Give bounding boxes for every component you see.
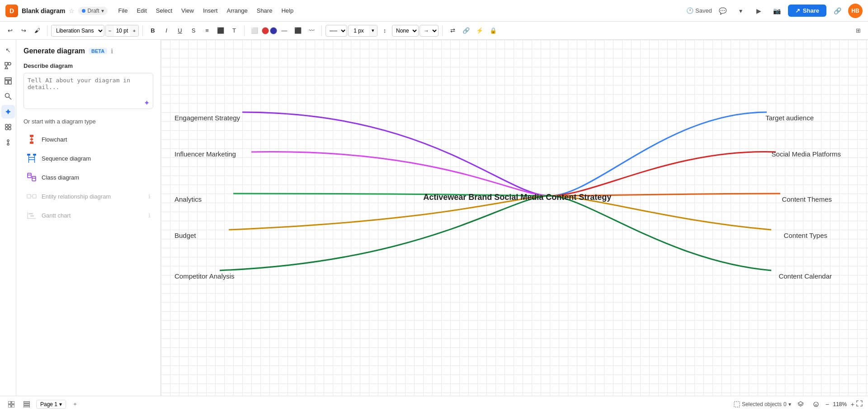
gantt-info-icon[interactable]: ℹ (148, 212, 151, 219)
font-color-button[interactable] (270, 27, 277, 34)
or-start-label: Or start with a diagram type (24, 118, 153, 125)
font-size-decrease[interactable]: − (106, 25, 114, 36)
share-label: Share (803, 7, 819, 14)
menu-share[interactable]: Share (253, 5, 276, 16)
format-panel-button[interactable]: ⊞ (852, 24, 864, 37)
comment-icon[interactable]: 💬 (716, 4, 730, 18)
svg-rect-40 (8, 405, 11, 407)
diagram-type-class[interactable]: Class diagram (24, 168, 153, 186)
svg-point-5 (5, 94, 9, 98)
add-page-button[interactable]: ＋ (70, 399, 80, 409)
zoom-in-button[interactable]: + (851, 401, 854, 408)
page-selector[interactable]: Page 1 ▾ (36, 400, 66, 409)
list-view-button[interactable] (21, 400, 33, 408)
svg-rect-37 (30, 215, 34, 217)
diagram-type-flowchart[interactable]: Flowchart (24, 130, 153, 148)
plugins-tool[interactable] (1, 120, 15, 134)
divider-3 (244, 25, 245, 36)
svg-rect-14 (30, 135, 33, 137)
menu-select[interactable]: Select (152, 5, 176, 16)
present-icon[interactable]: ▶ (752, 4, 766, 18)
canvas[interactable]: Activewear Brand Social Media Content St… (161, 40, 868, 396)
diagram-type-sequence[interactable]: Sequence diagram (24, 149, 153, 167)
branch-content-types: Content Types (784, 232, 827, 239)
line-style-select[interactable]: ── (326, 25, 347, 37)
menu-arrange[interactable]: Arrange (223, 5, 251, 16)
page-label: Page 1 (40, 401, 57, 407)
waypoint-icon[interactable]: ↕ (378, 24, 391, 37)
layers-button[interactable] (795, 400, 807, 408)
menu-file[interactable]: File (115, 5, 132, 16)
undo-button[interactable]: ↩ (4, 24, 16, 37)
grid-view-button[interactable] (5, 400, 17, 408)
format-painter-button[interactable]: 🖌 (31, 24, 43, 37)
link-button[interactable]: 🔗 (460, 24, 472, 37)
diagram-type-gantt[interactable]: Gantt chart ℹ (24, 206, 153, 224)
branch-competitor: Competitor Analysis (175, 272, 235, 280)
lock-button[interactable]: 🔒 (487, 24, 500, 37)
shapes-tool[interactable] (1, 59, 15, 72)
svg-rect-38 (8, 401, 11, 404)
share-button[interactable]: ↗ Share (788, 5, 826, 17)
describe-textarea[interactable] (24, 73, 153, 109)
flip-button[interactable]: ⇄ (446, 24, 459, 37)
shadow-button[interactable]: ⬛ (292, 24, 304, 37)
connection-end-select[interactable]: → (420, 25, 439, 37)
text-align-button[interactable]: ≡ (201, 24, 213, 37)
menu-bar: File Edit Select View Insert Arrange Sha… (115, 5, 297, 16)
info-icon[interactable]: ℹ (111, 47, 113, 55)
menu-view[interactable]: View (178, 5, 198, 16)
svg-rect-42 (24, 402, 30, 403)
text-size-button[interactable]: T (228, 24, 241, 37)
link-icon[interactable]: 🔗 (830, 4, 844, 18)
svg-rect-41 (12, 405, 14, 407)
svg-rect-15 (30, 142, 33, 144)
font-family-select[interactable]: Liberation Sans (51, 25, 104, 37)
camera-icon[interactable]: 📷 (770, 4, 784, 18)
draft-selector[interactable]: Draft ▾ (78, 7, 107, 15)
divider-1 (47, 25, 47, 36)
erd-info-icon[interactable]: ℹ (148, 193, 151, 200)
templates-tool[interactable] (1, 74, 15, 88)
svg-point-11 (7, 140, 9, 142)
line-style-button[interactable]: — (278, 24, 291, 37)
font-size-increase[interactable]: + (130, 25, 138, 36)
line-width-increase[interactable]: ▾ (369, 25, 377, 36)
zoom-fit-button[interactable] (856, 400, 863, 408)
ai-tool[interactable] (1, 105, 15, 118)
cursor-tool[interactable]: ↖ (1, 43, 15, 57)
menu-insert[interactable]: Insert (199, 5, 222, 16)
strikethrough-button[interactable]: S (187, 24, 200, 37)
branch-budget: Budget (175, 232, 196, 239)
svg-rect-32 (33, 194, 36, 198)
zoom-out-button[interactable]: − (826, 401, 829, 408)
line-width-input[interactable] (349, 27, 369, 35)
extras-tool[interactable] (1, 136, 15, 149)
avatar[interactable]: HB (848, 4, 863, 18)
favorite-icon[interactable]: ☆ (69, 7, 75, 14)
text-align-left-button[interactable]: ⬛ (214, 24, 227, 37)
format-button[interactable]: A (810, 400, 822, 408)
svg-rect-8 (9, 124, 11, 127)
dropdown-icon[interactable]: ▾ (734, 4, 748, 18)
font-size-input[interactable] (114, 27, 130, 35)
shape-button[interactable]: ⬜ (248, 24, 261, 37)
svg-text:A: A (815, 403, 817, 407)
underline-button[interactable]: U (174, 24, 186, 37)
search-tool[interactable] (1, 90, 15, 103)
italic-button[interactable]: I (160, 24, 173, 37)
connection-start-select[interactable]: None (392, 25, 419, 37)
action-button[interactable]: ⚡ (473, 24, 486, 37)
line-width-group: ▾ (348, 25, 377, 37)
menu-edit[interactable]: Edit (133, 5, 150, 16)
selected-count: 0 (783, 401, 787, 407)
ai-sparkle-icon[interactable]: ✦ (144, 99, 150, 107)
waypoints-button[interactable]: 〰 (305, 24, 318, 37)
redo-button[interactable]: ↪ (17, 24, 30, 37)
menu-help[interactable]: Help (278, 5, 297, 16)
bold-button[interactable]: B (146, 24, 159, 37)
text-format-group: B I U S ≡ ⬛ T (146, 24, 241, 37)
fill-color-button[interactable] (262, 27, 269, 34)
diagram-type-erd[interactable]: Entity relationship diagram ℹ (24, 187, 153, 205)
center-node: Activewear Brand Social Media Content St… (423, 193, 611, 202)
